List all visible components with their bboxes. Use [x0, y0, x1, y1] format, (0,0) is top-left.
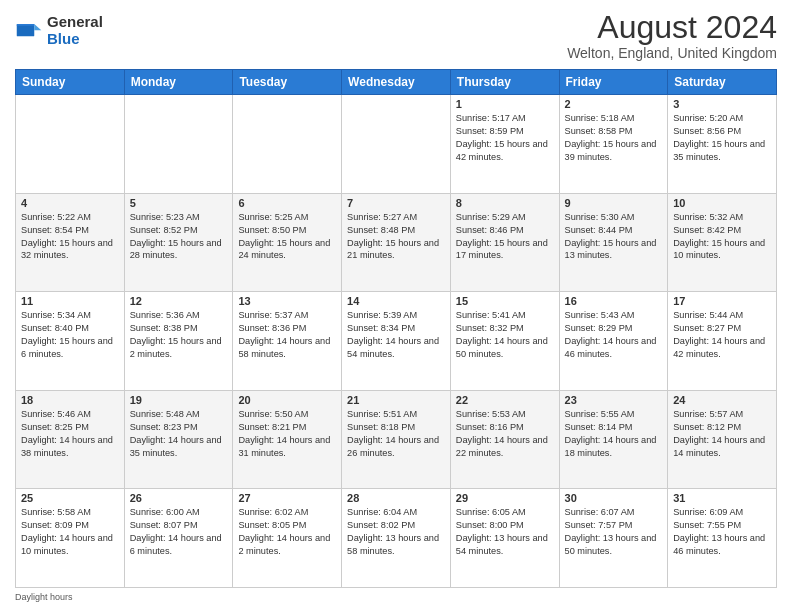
day-info: Sunrise: 5:46 AM Sunset: 8:25 PM Dayligh…	[21, 408, 119, 460]
main-title: August 2024	[567, 10, 777, 45]
day-info: Sunrise: 5:30 AM Sunset: 8:44 PM Dayligh…	[565, 211, 663, 263]
calendar-cell	[342, 95, 451, 194]
calendar-cell	[124, 95, 233, 194]
footer-note: Daylight hours	[15, 592, 777, 602]
svg-marker-1	[34, 24, 41, 30]
day-info: Sunrise: 5:57 AM Sunset: 8:12 PM Dayligh…	[673, 408, 771, 460]
day-info: Sunrise: 5:53 AM Sunset: 8:16 PM Dayligh…	[456, 408, 554, 460]
day-number: 9	[565, 197, 663, 209]
calendar-week-1: 1Sunrise: 5:17 AM Sunset: 8:59 PM Daylig…	[16, 95, 777, 194]
day-info: Sunrise: 5:48 AM Sunset: 8:23 PM Dayligh…	[130, 408, 228, 460]
day-number: 27	[238, 492, 336, 504]
day-info: Sunrise: 5:29 AM Sunset: 8:46 PM Dayligh…	[456, 211, 554, 263]
calendar-cell: 21Sunrise: 5:51 AM Sunset: 8:18 PM Dayli…	[342, 390, 451, 489]
calendar-cell	[16, 95, 125, 194]
calendar-cell: 7Sunrise: 5:27 AM Sunset: 8:48 PM Daylig…	[342, 193, 451, 292]
logo-blue-label: Blue	[47, 31, 103, 48]
subtitle: Welton, England, United Kingdom	[567, 45, 777, 61]
calendar-cell: 2Sunrise: 5:18 AM Sunset: 8:58 PM Daylig…	[559, 95, 668, 194]
calendar-cell: 24Sunrise: 5:57 AM Sunset: 8:12 PM Dayli…	[668, 390, 777, 489]
day-info: Sunrise: 5:41 AM Sunset: 8:32 PM Dayligh…	[456, 309, 554, 361]
day-number: 3	[673, 98, 771, 110]
day-info: Sunrise: 6:00 AM Sunset: 8:07 PM Dayligh…	[130, 506, 228, 558]
day-info: Sunrise: 5:23 AM Sunset: 8:52 PM Dayligh…	[130, 211, 228, 263]
day-info: Sunrise: 5:36 AM Sunset: 8:38 PM Dayligh…	[130, 309, 228, 361]
col-sunday: Sunday	[16, 70, 125, 95]
page: General Blue August 2024 Welton, England…	[0, 0, 792, 612]
day-number: 30	[565, 492, 663, 504]
calendar-cell: 4Sunrise: 5:22 AM Sunset: 8:54 PM Daylig…	[16, 193, 125, 292]
day-info: Sunrise: 6:09 AM Sunset: 7:55 PM Dayligh…	[673, 506, 771, 558]
calendar-cell: 23Sunrise: 5:55 AM Sunset: 8:14 PM Dayli…	[559, 390, 668, 489]
calendar-week-4: 18Sunrise: 5:46 AM Sunset: 8:25 PM Dayli…	[16, 390, 777, 489]
day-number: 28	[347, 492, 445, 504]
calendar-cell: 3Sunrise: 5:20 AM Sunset: 8:56 PM Daylig…	[668, 95, 777, 194]
calendar-cell: 5Sunrise: 5:23 AM Sunset: 8:52 PM Daylig…	[124, 193, 233, 292]
day-number: 10	[673, 197, 771, 209]
logo: General Blue	[15, 14, 103, 47]
calendar-cell: 14Sunrise: 5:39 AM Sunset: 8:34 PM Dayli…	[342, 292, 451, 391]
calendar-week-3: 11Sunrise: 5:34 AM Sunset: 8:40 PM Dayli…	[16, 292, 777, 391]
calendar-cell	[233, 95, 342, 194]
day-info: Sunrise: 5:18 AM Sunset: 8:58 PM Dayligh…	[565, 112, 663, 164]
day-info: Sunrise: 5:32 AM Sunset: 8:42 PM Dayligh…	[673, 211, 771, 263]
day-number: 16	[565, 295, 663, 307]
day-info: Sunrise: 5:50 AM Sunset: 8:21 PM Dayligh…	[238, 408, 336, 460]
calendar-cell: 10Sunrise: 5:32 AM Sunset: 8:42 PM Dayli…	[668, 193, 777, 292]
day-info: Sunrise: 5:55 AM Sunset: 8:14 PM Dayligh…	[565, 408, 663, 460]
day-info: Sunrise: 5:34 AM Sunset: 8:40 PM Dayligh…	[21, 309, 119, 361]
day-number: 17	[673, 295, 771, 307]
day-number: 25	[21, 492, 119, 504]
header: General Blue August 2024 Welton, England…	[15, 10, 777, 61]
logo-general-label: General	[47, 14, 103, 31]
day-info: Sunrise: 5:39 AM Sunset: 8:34 PM Dayligh…	[347, 309, 445, 361]
svg-rect-2	[17, 24, 35, 26]
calendar-cell: 1Sunrise: 5:17 AM Sunset: 8:59 PM Daylig…	[450, 95, 559, 194]
day-info: Sunrise: 6:07 AM Sunset: 7:57 PM Dayligh…	[565, 506, 663, 558]
day-number: 13	[238, 295, 336, 307]
calendar-header-row: Sunday Monday Tuesday Wednesday Thursday…	[16, 70, 777, 95]
col-wednesday: Wednesday	[342, 70, 451, 95]
calendar-cell: 17Sunrise: 5:44 AM Sunset: 8:27 PM Dayli…	[668, 292, 777, 391]
col-saturday: Saturday	[668, 70, 777, 95]
day-number: 31	[673, 492, 771, 504]
day-number: 19	[130, 394, 228, 406]
day-info: Sunrise: 5:22 AM Sunset: 8:54 PM Dayligh…	[21, 211, 119, 263]
calendar-cell: 20Sunrise: 5:50 AM Sunset: 8:21 PM Dayli…	[233, 390, 342, 489]
day-number: 18	[21, 394, 119, 406]
calendar-table: Sunday Monday Tuesday Wednesday Thursday…	[15, 69, 777, 588]
day-number: 1	[456, 98, 554, 110]
title-block: August 2024 Welton, England, United King…	[567, 10, 777, 61]
calendar-cell: 15Sunrise: 5:41 AM Sunset: 8:32 PM Dayli…	[450, 292, 559, 391]
day-info: Sunrise: 5:44 AM Sunset: 8:27 PM Dayligh…	[673, 309, 771, 361]
calendar-cell: 19Sunrise: 5:48 AM Sunset: 8:23 PM Dayli…	[124, 390, 233, 489]
day-number: 12	[130, 295, 228, 307]
day-number: 5	[130, 197, 228, 209]
day-info: Sunrise: 6:02 AM Sunset: 8:05 PM Dayligh…	[238, 506, 336, 558]
day-number: 6	[238, 197, 336, 209]
day-number: 7	[347, 197, 445, 209]
calendar-cell: 30Sunrise: 6:07 AM Sunset: 7:57 PM Dayli…	[559, 489, 668, 588]
col-thursday: Thursday	[450, 70, 559, 95]
day-number: 21	[347, 394, 445, 406]
day-number: 4	[21, 197, 119, 209]
calendar-cell: 8Sunrise: 5:29 AM Sunset: 8:46 PM Daylig…	[450, 193, 559, 292]
day-number: 24	[673, 394, 771, 406]
day-info: Sunrise: 5:17 AM Sunset: 8:59 PM Dayligh…	[456, 112, 554, 164]
svg-rect-0	[17, 24, 35, 36]
calendar-cell: 13Sunrise: 5:37 AM Sunset: 8:36 PM Dayli…	[233, 292, 342, 391]
calendar-cell: 27Sunrise: 6:02 AM Sunset: 8:05 PM Dayli…	[233, 489, 342, 588]
calendar-cell: 28Sunrise: 6:04 AM Sunset: 8:02 PM Dayli…	[342, 489, 451, 588]
col-tuesday: Tuesday	[233, 70, 342, 95]
day-number: 26	[130, 492, 228, 504]
day-number: 20	[238, 394, 336, 406]
calendar-cell: 18Sunrise: 5:46 AM Sunset: 8:25 PM Dayli…	[16, 390, 125, 489]
day-info: Sunrise: 5:25 AM Sunset: 8:50 PM Dayligh…	[238, 211, 336, 263]
calendar-cell: 29Sunrise: 6:05 AM Sunset: 8:00 PM Dayli…	[450, 489, 559, 588]
day-number: 22	[456, 394, 554, 406]
day-number: 15	[456, 295, 554, 307]
day-number: 29	[456, 492, 554, 504]
day-info: Sunrise: 6:04 AM Sunset: 8:02 PM Dayligh…	[347, 506, 445, 558]
logo-icon	[15, 17, 43, 45]
day-info: Sunrise: 5:43 AM Sunset: 8:29 PM Dayligh…	[565, 309, 663, 361]
